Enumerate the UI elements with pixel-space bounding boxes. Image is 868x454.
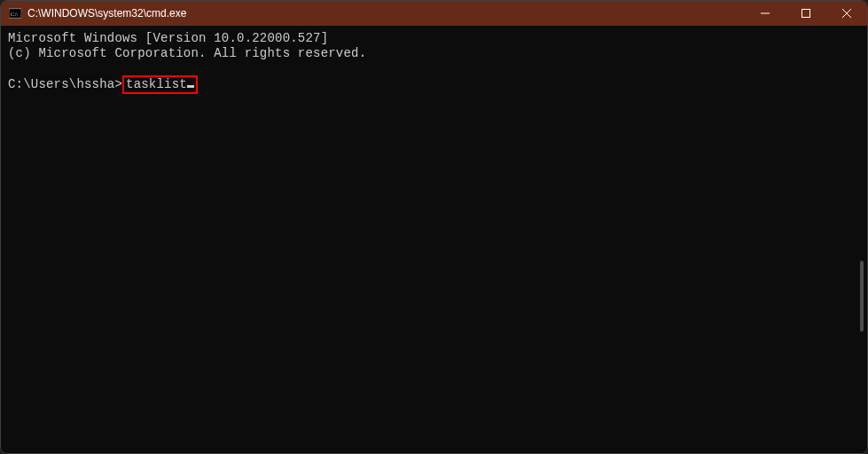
command-input[interactable]: tasklist bbox=[126, 77, 187, 92]
scrollbar-track[interactable] bbox=[853, 26, 867, 453]
version-line: Microsoft Windows [Version 10.0.22000.52… bbox=[8, 31, 860, 46]
window-title: C:\WINDOWS\system32\cmd.exe bbox=[27, 7, 745, 20]
svg-text:C:\: C:\ bbox=[11, 11, 19, 18]
highlight-annotation: tasklist bbox=[122, 75, 198, 94]
cmd-window: C:\ C:\WINDOWS\system32\cmd.exe Microsof… bbox=[0, 0, 868, 454]
blank-line bbox=[8, 61, 860, 76]
cmd-icon: C:\ bbox=[8, 6, 22, 20]
cursor bbox=[187, 85, 194, 88]
prompt-line: C:\Users\hssha>tasklist bbox=[8, 75, 860, 94]
minimize-button[interactable] bbox=[745, 1, 786, 26]
terminal-area[interactable]: Microsoft Windows [Version 10.0.22000.52… bbox=[1, 26, 867, 453]
window-controls bbox=[745, 1, 867, 26]
prompt-text: C:\Users\hssha> bbox=[8, 77, 122, 92]
close-button[interactable] bbox=[826, 1, 867, 26]
maximize-button[interactable] bbox=[786, 1, 826, 26]
svg-rect-3 bbox=[802, 10, 810, 18]
titlebar[interactable]: C:\ C:\WINDOWS\system32\cmd.exe bbox=[1, 1, 867, 26]
scrollbar-thumb[interactable] bbox=[860, 261, 864, 332]
copyright-line: (c) Microsoft Corporation. All rights re… bbox=[8, 46, 860, 61]
